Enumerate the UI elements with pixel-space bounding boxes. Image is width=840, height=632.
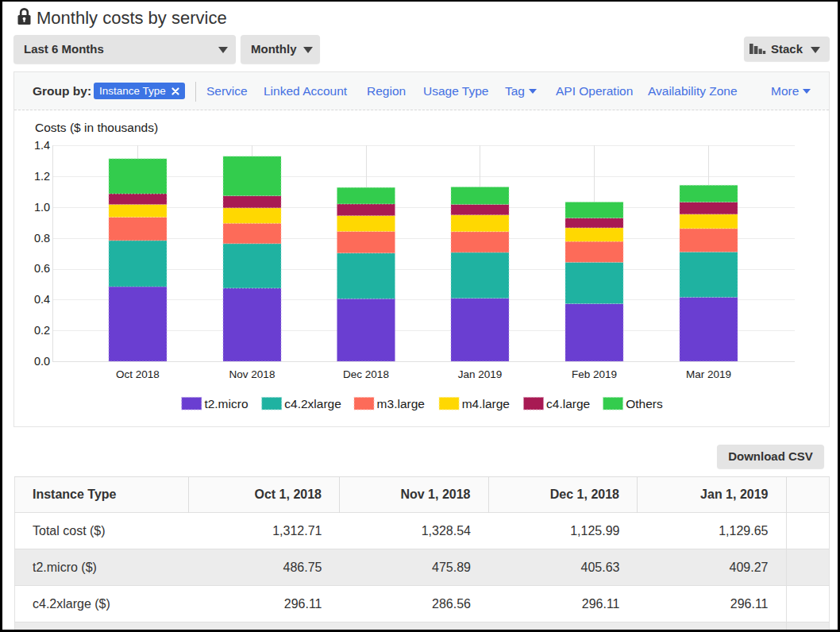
svg-text:Jan 2019: Jan 2019 [458,368,503,380]
svg-text:1.4: 1.4 [34,139,50,152]
svg-text:1.0: 1.0 [34,201,50,214]
svg-text:Costs ($ in thousands): Costs ($ in thousands) [35,121,158,134]
svg-text:0.0: 0.0 [34,355,50,368]
svg-text:Others: Others [626,397,663,410]
svg-text:0.6: 0.6 [34,262,50,275]
svg-text:0.2: 0.2 [34,324,50,337]
svg-text:m3.large: m3.large [377,397,425,410]
svg-text:Feb 2019: Feb 2019 [572,368,617,380]
svg-text:1.2: 1.2 [34,170,50,183]
svg-text:Nov 2018: Nov 2018 [229,368,276,380]
svg-text:Dec 2018: Dec 2018 [343,368,389,380]
svg-text:Mar 2019: Mar 2019 [686,368,731,380]
svg-text:0.4: 0.4 [34,293,50,306]
svg-text:m4.large: m4.large [462,397,510,410]
svg-text:c4.large: c4.large [546,397,590,410]
svg-text:0.8: 0.8 [34,232,50,245]
svg-text:t2.micro: t2.micro [204,397,248,410]
svg-text:Oct 2018: Oct 2018 [116,368,160,380]
svg-text:c4.2xlarge: c4.2xlarge [284,397,341,410]
